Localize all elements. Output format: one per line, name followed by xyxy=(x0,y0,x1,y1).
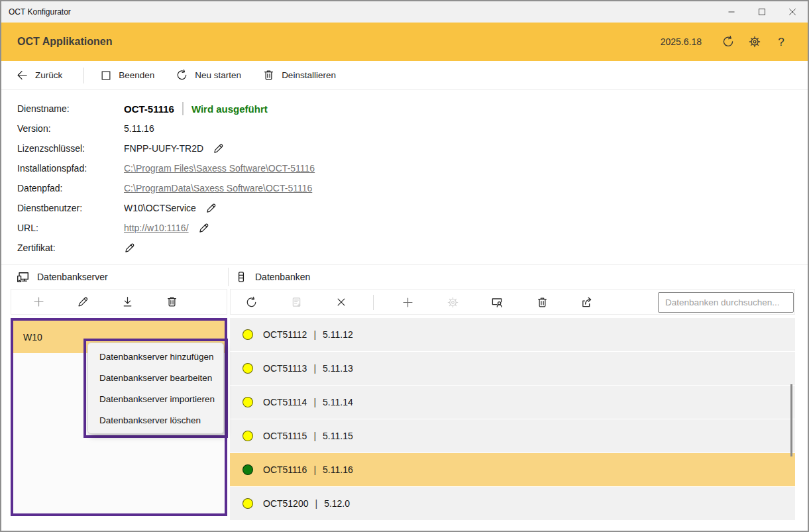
service-url-link[interactable]: http://w10:1116/ xyxy=(124,223,189,233)
run-script-button xyxy=(286,292,307,313)
db-panel-header: Datenbanken xyxy=(235,265,310,289)
trash-icon xyxy=(166,295,178,308)
pencil-icon xyxy=(205,202,217,214)
db-list-item[interactable]: OCT51115|5.11.15 xyxy=(230,419,795,453)
service-user-value: W10\OCTService xyxy=(124,203,196,213)
add-server-button[interactable] xyxy=(17,290,61,314)
maximize-button[interactable] xyxy=(747,1,777,23)
header-date: 2025.6.18 xyxy=(661,36,702,47)
status-dot xyxy=(243,329,253,340)
add-db-button[interactable] xyxy=(397,292,418,313)
share-db-button[interactable] xyxy=(576,292,598,313)
panels-area: Datenbankserver Datenbanken W10 Datenban… xyxy=(1,264,808,531)
app-header: OCT Applikationen 2025.6.18 ? xyxy=(1,23,808,61)
status-dot xyxy=(243,431,253,441)
status-dot xyxy=(243,363,253,374)
detail-row-datenpfad: Datenpfad: C:\ProgramData\Saxess Softwar… xyxy=(17,178,808,198)
panel-divider xyxy=(228,268,229,286)
restart-icon xyxy=(176,69,188,81)
toolbar-divider xyxy=(83,68,84,83)
share-icon xyxy=(580,295,594,309)
service-details: Dienstname: OCT-51116 Wird ausgeführt Ve… xyxy=(1,90,808,258)
scrollbar-thumb[interactable] xyxy=(790,384,792,456)
edit-server-button[interactable] xyxy=(61,290,105,314)
value-divider xyxy=(182,102,184,115)
status-dot xyxy=(243,498,253,509)
db-list-item[interactable]: OCT51200|5.12.0 xyxy=(230,487,795,521)
header-help-button[interactable]: ? xyxy=(771,31,792,52)
edit-url-button[interactable] xyxy=(198,222,210,234)
gear-icon xyxy=(748,35,761,48)
back-button[interactable]: Zurück xyxy=(16,69,62,81)
detail-row-lizenz: Lizenzschlüssel: FNPP-UUFY-TR2D xyxy=(17,138,808,158)
script-icon xyxy=(290,296,303,309)
server-toolbar xyxy=(11,289,227,315)
db-list-item[interactable]: OCT51112|5.11.12 xyxy=(230,318,795,352)
context-menu-item-delete[interactable]: Datenbankserver löschen xyxy=(88,410,223,431)
app-window: OCT Konfigurator OCT Applikationen 2025.… xyxy=(0,0,809,532)
db-list-item[interactable]: OCT51113|5.11.13 xyxy=(230,352,795,386)
gear-icon xyxy=(447,296,459,309)
refresh-icon xyxy=(245,296,258,309)
db-toolbar-divider xyxy=(373,295,374,310)
status-dot xyxy=(243,464,253,475)
db-settings-button xyxy=(442,292,463,313)
action-toolbar: Zurück Beenden Neu starten Deinstalliere… xyxy=(1,61,808,90)
detail-row-url: URL: http://w10:1116/ xyxy=(17,218,808,238)
status-dot xyxy=(243,397,253,407)
pencil-icon xyxy=(124,242,136,254)
trash-icon xyxy=(536,296,549,309)
uninstall-button[interactable]: Deinstallieren xyxy=(262,69,336,81)
plus-icon xyxy=(402,296,414,309)
detail-row-zertifikat: Zertifikat: xyxy=(17,238,808,258)
delete-db-button[interactable] xyxy=(531,292,553,313)
header-refresh-button[interactable] xyxy=(718,31,739,52)
pencil-icon xyxy=(213,142,225,154)
minimize-button[interactable] xyxy=(716,1,747,23)
server-context-menu: Datenbankserver hinzufügen Datenbankserv… xyxy=(83,339,228,438)
download-icon xyxy=(121,295,134,308)
cancel-button[interactable] xyxy=(331,292,352,313)
edit-certificate-button[interactable] xyxy=(124,242,136,254)
plus-icon xyxy=(32,295,45,308)
maximize-icon xyxy=(756,6,768,18)
db-list-item[interactable]: OCT51114|5.11.14 xyxy=(230,386,795,419)
arrow-left-icon xyxy=(16,69,28,81)
detail-row-version: Version: 5.11.16 xyxy=(17,119,808,138)
restart-service-button[interactable]: Neu starten xyxy=(176,69,241,81)
edit-license-button[interactable] xyxy=(213,142,225,154)
db-permissions-button[interactable] xyxy=(486,292,508,313)
db-list-item[interactable]: OCT51116|5.11.16 xyxy=(230,453,795,487)
stop-service-button[interactable]: Beenden xyxy=(100,70,154,81)
database-icon xyxy=(235,270,248,284)
db-search-input[interactable] xyxy=(658,292,794,313)
close-button[interactable] xyxy=(777,1,808,23)
edit-service-user-button[interactable] xyxy=(205,202,217,214)
context-menu-item-import[interactable]: Datenbankserver importieren xyxy=(88,389,223,410)
stop-icon xyxy=(100,70,112,81)
context-menu-item-edit[interactable]: Datenbankserver bearbeiten xyxy=(88,368,223,389)
title-bar: OCT Konfigurator xyxy=(1,1,808,23)
detail-row-dienstname: Dienstname: OCT-51116 Wird ausgeführt xyxy=(17,99,808,119)
refresh-db-button[interactable] xyxy=(241,292,262,313)
header-settings-button[interactable] xyxy=(744,31,765,52)
install-path-link[interactable]: C:\Program Files\Saxess Software\OCT-511… xyxy=(124,163,315,174)
delete-server-button[interactable] xyxy=(150,290,194,314)
version-value: 5.11.16 xyxy=(124,123,154,134)
close-icon xyxy=(786,6,798,18)
pencil-icon xyxy=(77,295,89,308)
panel-headers: Datenbankserver Datenbanken xyxy=(1,264,808,288)
service-status: Wird ausgeführt xyxy=(191,103,268,115)
window-title: OCT Konfigurator xyxy=(1,7,716,17)
data-path-link[interactable]: C:\ProgramData\Saxess Software\OCT-51116 xyxy=(124,183,312,193)
context-menu-item-add[interactable]: Datenbankserver hinzufügen xyxy=(88,346,223,368)
help-icon: ? xyxy=(778,36,784,48)
server-panel-title: Datenbankserver xyxy=(37,272,108,282)
refresh-icon xyxy=(722,35,735,48)
db-list: OCT51112|5.11.12 OCT51113|5.11.13 OCT511… xyxy=(230,318,795,521)
page-title: OCT Applikationen xyxy=(17,36,661,48)
license-value: FNPP-UUFY-TR2D xyxy=(124,143,203,154)
import-server-button[interactable] xyxy=(105,290,150,314)
devices-icon xyxy=(16,270,30,284)
service-name-value: OCT-51116 xyxy=(124,103,174,115)
